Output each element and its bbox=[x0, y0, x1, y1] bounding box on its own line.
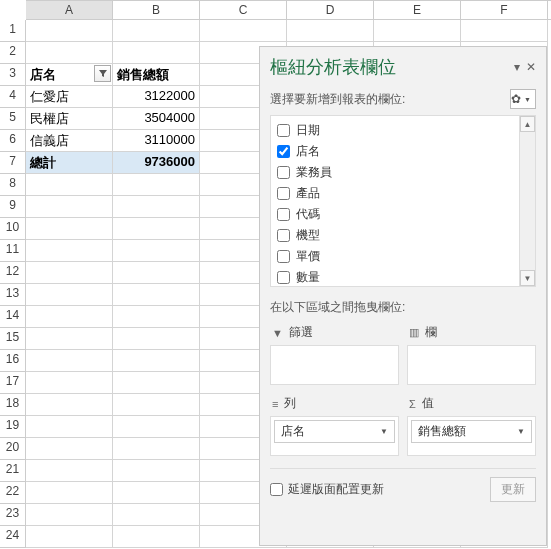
cell-A11[interactable] bbox=[26, 240, 113, 262]
scroll-up-icon[interactable]: ▲ bbox=[520, 116, 535, 132]
cell-A6[interactable]: 信義店 bbox=[26, 130, 113, 152]
cell-A2[interactable] bbox=[26, 42, 113, 64]
row-header-16[interactable]: 16 bbox=[0, 350, 26, 372]
cell-A14[interactable] bbox=[26, 306, 113, 328]
cell-B19[interactable] bbox=[113, 416, 200, 438]
filter-dropzone[interactable] bbox=[270, 345, 399, 385]
row-header-14[interactable]: 14 bbox=[0, 306, 26, 328]
row-header-22[interactable]: 22 bbox=[0, 482, 26, 504]
field-row-1[interactable]: 店名 bbox=[273, 141, 533, 162]
cell-B6[interactable]: 3110000 bbox=[113, 130, 200, 152]
filter-button[interactable] bbox=[94, 65, 111, 82]
row-header-24[interactable]: 24 bbox=[0, 526, 26, 548]
row-header-18[interactable]: 18 bbox=[0, 394, 26, 416]
field-row-0[interactable]: 日期 bbox=[273, 120, 533, 141]
col-header-F[interactable]: F bbox=[461, 1, 548, 19]
row-header-17[interactable]: 17 bbox=[0, 372, 26, 394]
cell-B23[interactable] bbox=[113, 504, 200, 526]
field-checkbox[interactable] bbox=[277, 229, 290, 242]
row-header-7[interactable]: 7 bbox=[0, 152, 26, 174]
defer-layout-checkbox[interactable]: 延遲版面配置更新 bbox=[270, 481, 384, 498]
cell-A7[interactable]: 總計 bbox=[26, 152, 113, 174]
field-checkbox[interactable] bbox=[277, 166, 290, 179]
col-header-E[interactable]: E bbox=[374, 1, 461, 19]
scroll-track[interactable] bbox=[520, 132, 535, 270]
field-checkbox[interactable] bbox=[277, 271, 290, 284]
cell-A13[interactable] bbox=[26, 284, 113, 306]
field-row-7[interactable]: 數量 bbox=[273, 267, 533, 288]
cell-A19[interactable] bbox=[26, 416, 113, 438]
row-header-1[interactable]: 1 bbox=[0, 20, 26, 42]
row-header-2[interactable]: 2 bbox=[0, 42, 26, 64]
col-header-C[interactable]: C bbox=[200, 1, 287, 19]
cell-A21[interactable] bbox=[26, 460, 113, 482]
field-row-3[interactable]: 產品 bbox=[273, 183, 533, 204]
field-row-5[interactable]: 機型 bbox=[273, 225, 533, 246]
cell-B2[interactable] bbox=[113, 42, 200, 64]
cell-A15[interactable] bbox=[26, 328, 113, 350]
row-header-5[interactable]: 5 bbox=[0, 108, 26, 130]
close-icon[interactable]: ✕ bbox=[526, 60, 536, 74]
row-header-19[interactable]: 19 bbox=[0, 416, 26, 438]
update-button[interactable]: 更新 bbox=[490, 477, 536, 502]
cell-A9[interactable] bbox=[26, 196, 113, 218]
row-header-13[interactable]: 13 bbox=[0, 284, 26, 306]
cell-A16[interactable] bbox=[26, 350, 113, 372]
field-checkbox[interactable] bbox=[277, 124, 290, 137]
cell-A20[interactable] bbox=[26, 438, 113, 460]
cell-A3[interactable]: 店名 bbox=[26, 64, 113, 86]
field-checkbox[interactable] bbox=[277, 187, 290, 200]
cell-A24[interactable] bbox=[26, 526, 113, 548]
row-header-23[interactable]: 23 bbox=[0, 504, 26, 526]
cell-B4[interactable]: 3122000 bbox=[113, 86, 200, 108]
cell-A18[interactable] bbox=[26, 394, 113, 416]
row-header-9[interactable]: 9 bbox=[0, 196, 26, 218]
field-row-6[interactable]: 單價 bbox=[273, 246, 533, 267]
col-header-A[interactable]: A bbox=[26, 1, 113, 19]
cell-A22[interactable] bbox=[26, 482, 113, 504]
col-header-B[interactable]: B bbox=[113, 1, 200, 19]
cell-B16[interactable] bbox=[113, 350, 200, 372]
cell-B20[interactable] bbox=[113, 438, 200, 460]
row-header-21[interactable]: 21 bbox=[0, 460, 26, 482]
scrollbar[interactable]: ▲ ▼ bbox=[519, 116, 535, 286]
cell-B14[interactable] bbox=[113, 306, 200, 328]
gear-button[interactable]: ✿▼ bbox=[510, 89, 536, 109]
chevron-down-icon[interactable]: ▼ bbox=[380, 427, 388, 436]
cell-A12[interactable] bbox=[26, 262, 113, 284]
scroll-down-icon[interactable]: ▼ bbox=[520, 270, 535, 286]
cell-B5[interactable]: 3504000 bbox=[113, 108, 200, 130]
row-header-8[interactable]: 8 bbox=[0, 174, 26, 196]
cell-B3[interactable]: 銷售總額 bbox=[113, 64, 200, 86]
cell-B12[interactable] bbox=[113, 262, 200, 284]
cell-B22[interactable] bbox=[113, 482, 200, 504]
chevron-down-icon[interactable]: ▼ bbox=[517, 427, 525, 436]
cell-A23[interactable] bbox=[26, 504, 113, 526]
cell-B11[interactable] bbox=[113, 240, 200, 262]
field-checkbox[interactable] bbox=[277, 250, 290, 263]
cell-E1[interactable] bbox=[374, 20, 461, 42]
field-checkbox[interactable] bbox=[277, 145, 290, 158]
row-header-10[interactable]: 10 bbox=[0, 218, 26, 240]
cell-B15[interactable] bbox=[113, 328, 200, 350]
row-header-3[interactable]: 3 bbox=[0, 64, 26, 86]
rows-item[interactable]: 店名▼ bbox=[274, 420, 395, 443]
cell-F1[interactable] bbox=[461, 20, 548, 42]
values-dropzone[interactable]: 銷售總額▼ bbox=[407, 416, 536, 456]
cell-B1[interactable] bbox=[113, 20, 200, 42]
cell-A10[interactable] bbox=[26, 218, 113, 240]
cell-B18[interactable] bbox=[113, 394, 200, 416]
field-row-4[interactable]: 代碼 bbox=[273, 204, 533, 225]
row-header-4[interactable]: 4 bbox=[0, 86, 26, 108]
columns-dropzone[interactable] bbox=[407, 345, 536, 385]
cell-A4[interactable]: 仁愛店 bbox=[26, 86, 113, 108]
cell-B17[interactable] bbox=[113, 372, 200, 394]
cell-A17[interactable] bbox=[26, 372, 113, 394]
row-header-12[interactable]: 12 bbox=[0, 262, 26, 284]
cell-B24[interactable] bbox=[113, 526, 200, 548]
field-checkbox[interactable] bbox=[277, 208, 290, 221]
cell-B13[interactable] bbox=[113, 284, 200, 306]
cell-B8[interactable] bbox=[113, 174, 200, 196]
cell-D1[interactable] bbox=[287, 20, 374, 42]
row-header-6[interactable]: 6 bbox=[0, 130, 26, 152]
